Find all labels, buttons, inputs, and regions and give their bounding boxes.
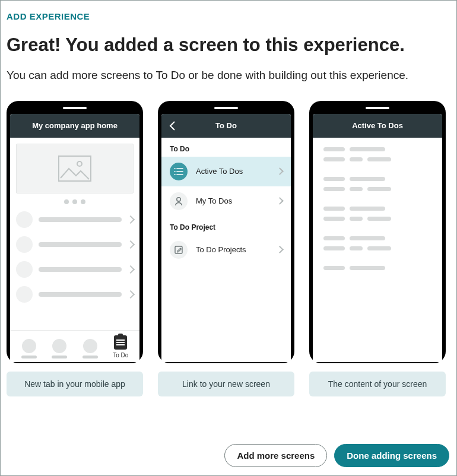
tab-item: [52, 339, 67, 358]
page-subtitle: You can add more screens to To Do or be …: [7, 68, 422, 83]
phone-mock-home: My company app home: [7, 101, 143, 363]
chevron-left-icon: [167, 120, 178, 131]
list-item: [16, 211, 134, 228]
tab-item-active: To Do: [113, 335, 128, 358]
phone-speaker: [63, 107, 87, 109]
preview-cards: My company app home: [7, 101, 450, 396]
phone-header: Active To Dos: [313, 114, 442, 138]
card-caption: The content of your screen: [309, 372, 446, 396]
content-block: [323, 266, 431, 270]
card-caption: New tab in your mobile app: [7, 372, 143, 396]
picture-icon: [58, 156, 91, 182]
phone-speaker: [366, 107, 389, 109]
card-new-tab: My company app home: [7, 101, 143, 396]
phone-screen: Active To Dos: [313, 114, 442, 362]
content-block: [323, 236, 431, 250]
tab-label: To Do: [113, 352, 128, 358]
section-label: To Do Project: [161, 216, 291, 235]
card-content: Active To Dos: [309, 101, 446, 396]
card-caption: Link to your new screen: [158, 372, 294, 396]
chevron-right-icon: [126, 265, 135, 274]
phone-speaker: [214, 107, 238, 109]
phone-body: [313, 138, 442, 275]
phone-header: My company app home: [10, 114, 139, 138]
phone-body: To Do Active To Dos My T: [161, 138, 291, 265]
add-experience-dialog: ADD EXPERIENCE Great! You added a screen…: [0, 0, 457, 476]
list-item: [16, 261, 134, 278]
chevron-right-icon: [276, 167, 284, 175]
clipboard-icon: [114, 335, 127, 350]
phone-header: To Do: [161, 114, 291, 138]
page-title: Great! You added a screen to this experi…: [7, 34, 450, 56]
footer-buttons: Add more screens Done adding screens: [224, 444, 449, 467]
chevron-right-icon: [126, 215, 135, 224]
menu-label: To Do Projects: [196, 245, 269, 254]
svg-point-8: [177, 197, 180, 201]
chevron-right-icon: [276, 197, 284, 205]
menu-item-my-todos: My To Dos: [161, 186, 291, 216]
person-icon: [170, 192, 188, 210]
phone-title: To Do: [215, 121, 237, 130]
svg-rect-0: [59, 156, 91, 181]
chevron-right-icon: [126, 240, 135, 249]
phone-screen: To Do To Do Active To Dos: [161, 114, 291, 362]
phone-screen: My company app home: [10, 114, 139, 362]
edit-icon: [170, 241, 188, 259]
menu-item-active-todos: Active To Dos: [161, 157, 291, 186]
phone-mock-nav: To Do To Do Active To Dos: [158, 101, 294, 363]
card-link-screen: To Do To Do Active To Dos: [158, 101, 294, 396]
chevron-right-icon: [126, 290, 135, 299]
phone-mock-content: Active To Dos: [309, 101, 446, 363]
list-item: [16, 286, 134, 303]
carousel-dots: [16, 199, 134, 204]
content-block: [323, 207, 431, 221]
content-block: [323, 147, 431, 161]
section-label: To Do: [161, 138, 291, 157]
menu-label: Active To Dos: [196, 167, 269, 176]
image-placeholder: [16, 144, 134, 193]
menu-item-projects: To Do Projects: [161, 235, 291, 265]
tab-item: [21, 339, 37, 358]
svg-point-1: [77, 161, 82, 166]
tab-item: [82, 339, 98, 358]
list-item: [16, 236, 134, 253]
eyebrow: ADD EXPERIENCE: [7, 11, 450, 21]
content-block: [323, 177, 431, 191]
list-icon: [170, 163, 188, 180]
done-adding-screens-button[interactable]: Done adding screens: [334, 444, 449, 467]
add-more-screens-button[interactable]: Add more screens: [224, 444, 327, 467]
menu-label: My To Dos: [196, 196, 269, 205]
phone-body: [10, 138, 139, 317]
tab-bar: To Do: [10, 330, 139, 362]
chevron-right-icon: [276, 246, 284, 253]
